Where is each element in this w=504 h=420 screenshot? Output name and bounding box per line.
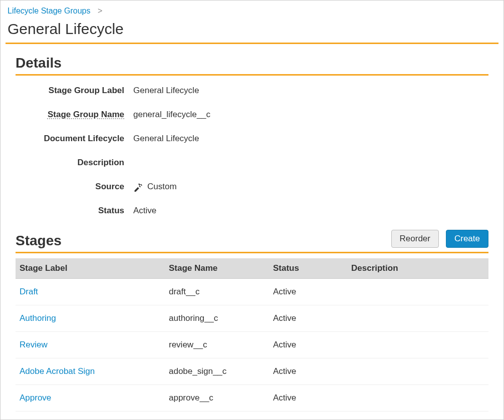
detail-row-document-lifecycle: Document Lifecycle General Lifecycle xyxy=(16,134,488,144)
detail-row-stage-group-name: Stage Group Name general_lifecycle__c xyxy=(16,110,488,120)
stage-name-cell: approve__c xyxy=(165,385,269,411)
stage-name-cell: adobe_sign__c xyxy=(165,358,269,385)
stage-status-cell: Active xyxy=(269,305,347,332)
col-status: Status xyxy=(269,258,347,279)
detail-label: Document Lifecycle xyxy=(16,134,133,144)
stage-label-link[interactable]: Review xyxy=(20,340,48,349)
stages-header-row: Stage Label Stage Name Status Descriptio… xyxy=(16,258,488,279)
detail-value: Custom xyxy=(133,182,177,192)
title-divider xyxy=(6,43,498,44)
stage-label-link[interactable]: Adobe Acrobat Sign xyxy=(20,366,95,376)
create-button[interactable]: Create xyxy=(446,230,488,248)
table-row: Draftdraft__cActive xyxy=(16,279,488,305)
details-section-title: Details xyxy=(16,55,62,71)
detail-value: general_lifecycle__c xyxy=(133,110,210,120)
stage-description-cell xyxy=(347,358,488,385)
detail-value: Active xyxy=(133,206,156,216)
stage-name-cell: authoring__c xyxy=(165,305,269,332)
detail-label: Status xyxy=(16,206,133,216)
stage-label-link[interactable]: Authoring xyxy=(20,313,56,323)
detail-value: General Lifecycle xyxy=(133,134,199,144)
stage-name-cell: draft__c xyxy=(165,279,269,305)
stage-description-cell xyxy=(347,332,488,358)
table-row: Reviewreview__cActive xyxy=(16,332,488,358)
stage-status-cell: Active xyxy=(269,358,347,385)
breadcrumb: Lifecycle Stage Groups > xyxy=(1,1,503,17)
detail-row-status: Status Active xyxy=(16,206,488,216)
stage-status-cell: Active xyxy=(269,279,347,305)
table-row: Authoringauthoring__cActive xyxy=(16,305,488,332)
table-row: Adobe Acrobat Signadobe_sign__cActive xyxy=(16,358,488,385)
stages-button-group: Reorder Create xyxy=(391,230,488,248)
page-frame: Lifecycle Stage Groups > General Lifecyc… xyxy=(0,0,504,420)
detail-label: Stage Group Name xyxy=(16,110,133,120)
stages-table: Stage Label Stage Name Status Descriptio… xyxy=(16,258,488,411)
col-stage-name: Stage Name xyxy=(165,258,269,279)
stage-label-link[interactable]: Draft xyxy=(20,287,38,296)
stage-name-cell: review__c xyxy=(165,332,269,358)
detail-row-description: Description xyxy=(16,158,488,168)
detail-row-source: Source Custom xyxy=(16,182,488,192)
detail-row-stage-group-label: Stage Group Label General Lifecycle xyxy=(16,86,488,96)
detail-label: Source xyxy=(16,182,133,192)
stage-description-cell xyxy=(347,279,488,305)
stage-description-cell xyxy=(347,305,488,332)
col-stage-label: Stage Label xyxy=(16,258,165,279)
detail-label: Stage Group Label xyxy=(16,86,133,96)
detail-label: Description xyxy=(16,158,133,168)
source-value-text: Custom xyxy=(147,182,177,192)
stage-description-cell xyxy=(347,385,488,411)
page-title: General Lifecycle xyxy=(1,17,503,43)
stage-status-cell: Active xyxy=(269,385,347,411)
custom-icon xyxy=(133,182,143,192)
stages-section-title: Stages xyxy=(16,233,62,249)
stage-status-cell: Active xyxy=(269,332,347,358)
details-section-header: Details xyxy=(16,55,488,71)
col-description: Description xyxy=(347,258,488,279)
details-divider xyxy=(16,74,488,76)
breadcrumb-parent-link[interactable]: Lifecycle Stage Groups xyxy=(8,7,90,15)
stages-divider xyxy=(16,252,488,253)
stage-label-link[interactable]: Approve xyxy=(20,393,51,402)
breadcrumb-separator: > xyxy=(98,7,102,15)
reorder-button[interactable]: Reorder xyxy=(391,230,439,248)
detail-value: General Lifecycle xyxy=(133,86,199,96)
stages-section-header: Stages Reorder Create xyxy=(16,230,488,249)
table-row: Approveapprove__cActive xyxy=(16,385,488,411)
